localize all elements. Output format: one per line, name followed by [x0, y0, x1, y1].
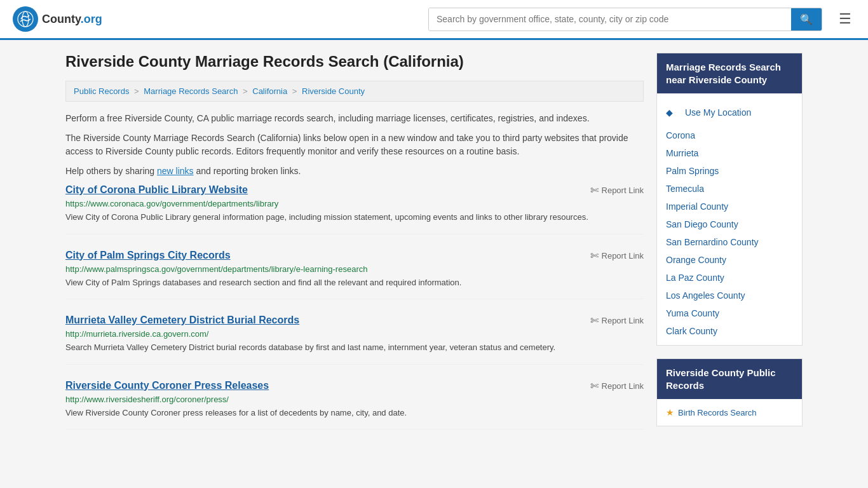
sidebar-public-records-list: ★Birth Records Search [657, 399, 802, 426]
scissors-icon: ✄ [590, 184, 599, 196]
record-title-link[interactable]: City of Corona Public Library Website [65, 184, 248, 196]
record-url: https://www.coronaca.gov/government/depa… [65, 199, 644, 208]
sidebar-link[interactable]: Corona [657, 126, 802, 144]
sidebar: Marriage Records Search near Riverside C… [656, 53, 803, 445]
sidebar-item[interactable]: Temecula [657, 180, 802, 198]
breadcrumb-california[interactable]: California [252, 86, 287, 96]
page-title: Riverside County Marriage Records Search… [65, 53, 644, 71]
record-title-row: Riverside County Coroner Press Releases … [65, 380, 644, 392]
breadcrumb: Public Records > Marriage Records Search… [65, 81, 644, 102]
record-url: http://www.riversidesheriff.org/coroner/… [65, 395, 644, 404]
sidebar-item[interactable]: Clark County [657, 322, 802, 340]
record-entry: City of Corona Public Library Website ✄ … [65, 184, 644, 234]
sidebar-item[interactable]: Corona [657, 126, 802, 144]
description-3: Help others by sharing new links and rep… [65, 165, 644, 178]
sidebar-link[interactable]: Imperial County [657, 198, 802, 215]
record-url: http://murrieta.riverside.ca.govern.com/ [65, 329, 644, 339]
report-link[interactable]: ✄ Report Link [590, 315, 644, 327]
sidebar-link[interactable]: Temecula [657, 180, 802, 198]
sidebar-item[interactable]: Los Angeles County [657, 287, 802, 304]
star-icon: ★ [666, 407, 674, 417]
sidebar-item[interactable]: Imperial County [657, 198, 802, 215]
description-1: Perform a free Riverside County, CA publ… [65, 112, 644, 125]
record-url: http://www.palmspringsca.gov/government/… [65, 264, 644, 274]
search-button[interactable]: 🔍 [791, 8, 822, 30]
record-title-link[interactable]: City of Palm Springs City Records [65, 250, 231, 261]
search-bar: 🔍 [428, 8, 822, 31]
sidebar-link[interactable]: Palm Springs [657, 162, 802, 180]
record-description: Search Murrieta Valley Cemetery District… [65, 341, 644, 354]
sidebar-nearby-list: ◆ Use My Location CoronaMurrietaPalm Spr… [657, 93, 802, 345]
sidebar-item[interactable]: Yuma County [657, 304, 802, 322]
report-link[interactable]: ✄ Report Link [590, 184, 644, 196]
description-3-post: and reporting broken links. [194, 166, 301, 176]
sidebar-link[interactable]: Los Angeles County [657, 287, 802, 304]
sidebar-link[interactable]: Murrieta [657, 144, 802, 162]
sidebar-use-location[interactable]: ◆ Use My Location [657, 98, 802, 126]
sidebar-nearby-section: Marriage Records Search near Riverside C… [656, 53, 803, 346]
report-link-label: Report Link [602, 381, 644, 391]
description-2: The Riverside County Marriage Records Se… [65, 132, 644, 158]
sidebar-link[interactable]: La Paz County [657, 269, 802, 287]
breadcrumb-public-records[interactable]: Public Records [74, 86, 129, 96]
sidebar-public-records-header: Riverside County Public Records [657, 359, 802, 399]
record-description: View City of Corona Public Library gener… [65, 211, 644, 224]
report-link[interactable]: ✄ Report Link [590, 380, 644, 392]
breadcrumb-sep1: > [134, 86, 141, 96]
report-link-label: Report Link [602, 316, 644, 325]
sidebar-link[interactable]: Clark County [657, 322, 802, 340]
sidebar-item[interactable]: San Bernardino County [657, 233, 802, 251]
sidebar-public-records-link[interactable]: ★Birth Records Search [657, 404, 802, 421]
sidebar-link[interactable]: San Bernardino County [657, 233, 802, 251]
records-container: City of Corona Public Library Website ✄ … [65, 184, 644, 430]
sidebar-item[interactable]: Murrieta [657, 144, 802, 162]
report-link-label: Report Link [602, 251, 644, 261]
record-entry: City of Palm Springs City Records ✄ Repo… [65, 250, 644, 300]
breadcrumb-riverside[interactable]: Riverside County [302, 86, 365, 96]
logo-icon [13, 6, 38, 32]
new-links-link[interactable]: new links [157, 166, 194, 176]
record-title-row: Murrieta Valley Cemetery District Burial… [65, 315, 644, 327]
report-link-label: Report Link [602, 186, 644, 195]
breadcrumb-sep2: > [243, 86, 250, 96]
breadcrumb-marriage-records[interactable]: Marriage Records Search [144, 86, 238, 96]
sidebar-item[interactable]: Palm Springs [657, 162, 802, 180]
sidebar-item[interactable]: Orange County [657, 251, 802, 269]
sidebar-public-records-item[interactable]: ★Birth Records Search [657, 404, 802, 421]
logo-text: County.org [42, 13, 102, 26]
record-description: View Riverside County Coroner press rele… [65, 407, 644, 419]
use-location-link[interactable]: Use My Location [676, 104, 760, 121]
scissors-icon: ✄ [590, 380, 599, 392]
scissors-icon: ✄ [590, 315, 599, 327]
record-title-row: City of Corona Public Library Website ✄ … [65, 184, 644, 196]
description-3-pre: Help others by sharing [65, 166, 157, 176]
sidebar-item[interactable]: San Diego County [657, 215, 802, 233]
record-title-row: City of Palm Springs City Records ✄ Repo… [65, 250, 644, 262]
sidebar-nearby-header: Marriage Records Search near Riverside C… [657, 53, 802, 93]
logo-link[interactable]: County.org [13, 6, 102, 32]
record-title-link[interactable]: Murrieta Valley Cemetery District Burial… [65, 315, 299, 326]
menu-icon[interactable]: ☰ [835, 7, 855, 31]
breadcrumb-sep3: > [292, 86, 299, 96]
sidebar-link[interactable]: Yuma County [657, 304, 802, 322]
main-container: Riverside County Marriage Records Search… [53, 40, 815, 458]
record-description: View City of Palm Springs databases and … [65, 276, 644, 289]
scissors-icon: ✄ [590, 250, 599, 262]
sidebar-item[interactable]: La Paz County [657, 269, 802, 287]
sidebar-link[interactable]: San Diego County [657, 215, 802, 233]
svg-point-0 [17, 11, 34, 27]
record-entry: Riverside County Coroner Press Releases … [65, 380, 644, 430]
site-header: County.org 🔍 ☰ [0, 0, 868, 40]
content-area: Riverside County Marriage Records Search… [65, 53, 644, 445]
record-title-link[interactable]: Riverside County Coroner Press Releases [65, 380, 269, 391]
sidebar-link[interactable]: Orange County [657, 251, 802, 269]
record-entry: Murrieta Valley Cemetery District Burial… [65, 315, 644, 365]
sidebar-public-records-section: Riverside County Public Records ★Birth R… [656, 358, 803, 426]
report-link[interactable]: ✄ Report Link [590, 250, 644, 262]
location-pin-icon: ◆ [666, 107, 673, 118]
search-input[interactable] [429, 8, 791, 30]
